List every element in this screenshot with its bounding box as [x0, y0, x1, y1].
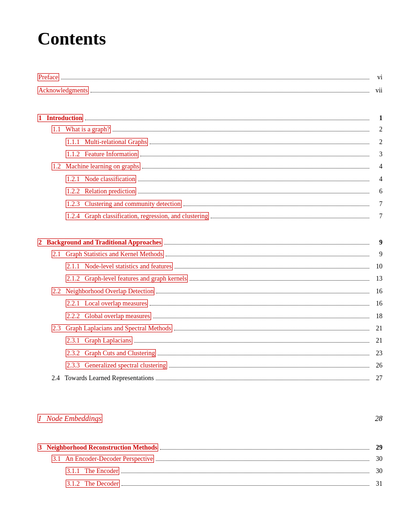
s1-1-link[interactable]: 1.1 What is a graph?	[52, 125, 111, 133]
toc-entry-ch2[interactable]: 2 Background and Traditional Approaches …	[38, 237, 382, 248]
toc-label: 2.4 Towards Learned Representations	[52, 373, 154, 383]
toc-label[interactable]: 1.2.3 Clustering and community detection	[66, 199, 182, 209]
s2-3-link[interactable]: 2.3 Graph Laplacians and Spectral Method…	[52, 324, 172, 332]
toc-label[interactable]: 3.1.1 The Encoder	[66, 466, 119, 476]
toc-page: 3	[371, 149, 382, 160]
toc-entry-s3-1-1[interactable]: 3.1.1 The Encoder 30	[38, 466, 382, 476]
part1-link[interactable]: I Node Embeddings	[38, 414, 102, 423]
toc-entry-s2-1-1[interactable]: 2.1.1 Node-level statistics and features…	[38, 261, 382, 272]
toc-dots	[150, 305, 369, 306]
toc-label[interactable]: 1.2.2 Relation prediction	[66, 186, 136, 197]
toc-dots	[190, 280, 369, 281]
ch1-link[interactable]: 1 Introduction	[38, 114, 83, 122]
toc-entry-s2-3-2[interactable]: 2.3.2 Graph Cuts and Clustering 23	[38, 348, 382, 359]
s1-1-1-link[interactable]: 1.1.1 Multi-relational Graphs	[66, 138, 148, 146]
toc-entry-ch1[interactable]: 1 Introduction 1	[38, 113, 382, 123]
toc-label[interactable]: 1 Introduction	[38, 113, 83, 123]
toc-entry-s1-1-2[interactable]: 1.1.2 Feature Information 3	[38, 149, 382, 160]
toc-page: vii	[371, 85, 382, 96]
toc-label[interactable]: 2.2.1 Local overlap measures	[66, 298, 148, 309]
toc-label[interactable]: 2.2 Neighborhood Overlap Detection	[52, 286, 154, 297]
s2-3-2-link[interactable]: 2.3.2 Graph Cuts and Clustering	[66, 349, 156, 357]
toc-label[interactable]: 2.1 Graph Statistics and Kernel Methods	[52, 249, 164, 260]
toc-label[interactable]: 3.1 An Encoder-Decoder Perspective	[52, 454, 154, 464]
s1-2-4-link[interactable]: 1.2.4 Graph classification, regression, …	[66, 212, 209, 220]
toc-entry-s2-2[interactable]: 2.2 Neighborhood Overlap Detection 16	[38, 286, 382, 297]
toc-dots	[121, 473, 369, 473]
toc-label[interactable]: 2.3.3 Generalized spectral clustering	[66, 360, 167, 371]
s2-2-1-link[interactable]: 2.2.1 Local overlap measures	[66, 299, 148, 307]
toc-entry-s2-2-2[interactable]: 2.2.2 Global overlap measures 18	[38, 311, 382, 321]
toc-entry-part1: I Node Embeddings 28	[38, 413, 382, 425]
toc-label[interactable]: 3.1.2 The Decoder	[66, 479, 120, 489]
toc-label[interactable]: 2.3.1 Graph Laplacians	[66, 336, 132, 346]
s1-2-3-link[interactable]: 1.2.3 Clustering and community detection	[66, 200, 182, 208]
toc-entry-s1-2[interactable]: 1.2 Machine learning on graphs 4	[38, 161, 382, 172]
toc-label[interactable]: Acknowledgments	[38, 85, 89, 96]
toc-label[interactable]: 2.1.2 Graph-level features and graph ker…	[66, 274, 188, 284]
toc-entry-s1-1[interactable]: 1.1 What is a graph? 2	[38, 124, 382, 135]
toc-entry-s2-3-1[interactable]: 2.3.1 Graph Laplacians 21	[38, 336, 382, 346]
s3-1-1-link[interactable]: 3.1.1 The Encoder	[66, 467, 119, 475]
toc-dots	[142, 168, 369, 168]
s2-2-link[interactable]: 2.2 Neighborhood Overlap Detection	[52, 287, 154, 295]
toc-label[interactable]: 1.1.2 Feature Information	[66, 149, 138, 160]
s2-1-2-link[interactable]: 2.1.2 Graph-level features and graph ker…	[66, 275, 188, 283]
toc-page: 4	[371, 174, 382, 184]
s2-1-link[interactable]: 2.1 Graph Statistics and Kernel Methods	[52, 250, 164, 258]
toc-page: 9	[371, 237, 382, 248]
toc-dots	[150, 144, 369, 144]
toc-dots	[183, 206, 369, 206]
ch3-link[interactable]: 3 Neighborhood Reconstruction Methods	[38, 444, 158, 451]
toc-entry-ch3[interactable]: 3 Neighborhood Reconstruction Methods 29	[38, 443, 382, 453]
s2-1-1-link[interactable]: 2.1.1 Node-level statistics and features	[66, 262, 173, 270]
toc-entry-s1-2-2[interactable]: 1.2.2 Relation prediction 6	[38, 186, 382, 197]
toc-entry-s1-2-1[interactable]: 1.2.1 Node classification 4	[38, 174, 382, 184]
toc-label[interactable]: 2 Background and Traditional Approaches	[38, 237, 162, 248]
toc-entry-s2-1[interactable]: 2.1 Graph Statistics and Kernel Methods …	[38, 249, 382, 260]
toc-entry-s2-3[interactable]: 2.3 Graph Laplacians and Spectral Method…	[38, 323, 382, 334]
toc-dots	[156, 380, 369, 380]
toc-dots	[138, 181, 369, 181]
acknowledgments-link[interactable]: Acknowledgments	[38, 86, 89, 94]
toc-label[interactable]: Preface	[38, 72, 59, 83]
toc-entry-acknowledgments[interactable]: Acknowledgments vii	[38, 85, 382, 96]
toc-entry-s2-1-2[interactable]: 2.1.2 Graph-level features and graph ker…	[38, 274, 382, 284]
toc-entry-s2-2-1[interactable]: 2.2.1 Local overlap measures 16	[38, 298, 382, 309]
toc-label[interactable]: 2.3 Graph Laplacians and Spectral Method…	[52, 323, 172, 334]
toc-dots	[85, 120, 369, 120]
toc-entry-s1-2-3[interactable]: 1.2.3 Clustering and community detection…	[38, 199, 382, 209]
preface-link[interactable]: Preface	[38, 73, 59, 81]
toc-entry-s3-1-2[interactable]: 3.1.2 The Decoder 31	[38, 479, 382, 489]
toc-label[interactable]: 1.1 What is a graph?	[52, 124, 111, 135]
s3-1-link[interactable]: 3.1 An Encoder-Decoder Perspective	[52, 455, 154, 463]
s1-2-1-link[interactable]: 1.2.1 Node classification	[66, 175, 136, 183]
toc-page: 18	[371, 311, 382, 321]
s1-2-link[interactable]: 1.2 Machine learning on graphs	[52, 162, 140, 170]
ch2-link[interactable]: 2 Background and Traditional Approaches	[38, 238, 162, 246]
s2-3-3-link[interactable]: 2.3.3 Generalized spectral clustering	[66, 361, 167, 369]
toc-label[interactable]: 1.2.1 Node classification	[66, 174, 136, 184]
toc-page: 7	[371, 199, 382, 209]
toc-label[interactable]: 2.3.2 Graph Cuts and Clustering	[66, 348, 156, 359]
s1-2-2-link[interactable]: 1.2.2 Relation prediction	[66, 187, 136, 195]
toc-label[interactable]: 1.1.1 Multi-relational Graphs	[66, 137, 148, 147]
toc-page: 27	[371, 373, 382, 383]
s3-1-2-link[interactable]: 3.1.2 The Decoder	[66, 480, 120, 488]
toc-label[interactable]: 2.1.1 Node-level statistics and features	[66, 261, 173, 272]
toc-entry-s1-1-1[interactable]: 1.1.1 Multi-relational Graphs 2	[38, 137, 382, 147]
s2-2-2-link[interactable]: 2.2.2 Global overlap measures	[66, 312, 151, 320]
toc-dots	[211, 218, 369, 218]
toc-label[interactable]: 1.2 Machine learning on graphs	[52, 161, 140, 172]
toc-label[interactable]: 2.2.2 Global overlap measures	[66, 311, 151, 321]
table-of-contents: Preface vi Acknowledgments vii 1 Introdu…	[38, 72, 382, 489]
toc-entry-s3-1[interactable]: 3.1 An Encoder-Decoder Perspective 30	[38, 454, 382, 464]
toc-page: 10	[371, 261, 382, 272]
toc-entry-s2-3-3[interactable]: 2.3.3 Generalized spectral clustering 26	[38, 360, 382, 371]
toc-entry-s1-2-4[interactable]: 1.2.4 Graph classification, regression, …	[38, 211, 382, 222]
toc-label[interactable]: 1.2.4 Graph classification, regression, …	[66, 211, 209, 222]
toc-label[interactable]: 3 Neighborhood Reconstruction Methods	[38, 443, 158, 453]
s2-3-1-link[interactable]: 2.3.1 Graph Laplacians	[66, 337, 132, 344]
toc-entry-preface[interactable]: Preface vi	[38, 72, 382, 83]
s1-1-2-link[interactable]: 1.1.2 Feature Information	[66, 150, 138, 158]
